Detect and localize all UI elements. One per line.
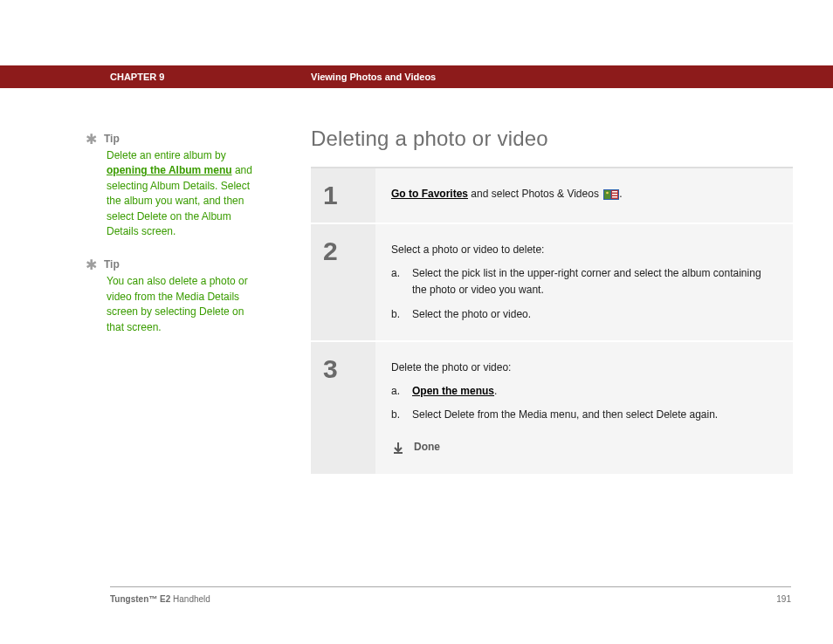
step-body: Go to Favorites and select Photos & Vide… [375, 168, 793, 223]
asterisk-icon: ✱ [86, 258, 97, 272]
page-number: 191 [776, 594, 791, 604]
tip-label: Tip [104, 258, 120, 271]
step-number: 3 [323, 354, 363, 384]
chapter-title: Viewing Photos and Videos [311, 72, 436, 82]
product-name-rest: Handheld [170, 594, 210, 604]
sub-marker: a. [391, 383, 403, 400]
list-item: b. Select Delete from the Media menu, an… [391, 407, 777, 423]
step-text-tail: . [619, 188, 622, 200]
step-number: 2 [323, 236, 363, 266]
svg-point-2 [606, 192, 609, 195]
product-name-bold: Tungsten™ E2 [110, 594, 170, 604]
done-label: Done [414, 439, 440, 456]
tip-text-pre: Delete an entire album by [107, 149, 226, 161]
asterisk-icon: ✱ [86, 133, 97, 147]
sidebar-tips: ✱ Tip Delete an entire album by opening … [86, 133, 260, 354]
tip-link[interactable]: opening the Album menu [107, 164, 232, 176]
product-name: Tungsten™ E2 Handheld [110, 594, 210, 604]
list-item: b. Select the photo or video. [391, 306, 777, 323]
svg-rect-1 [604, 190, 610, 199]
step-body: Delete the photo or video: a. Open the m… [375, 342, 793, 474]
step-link-favorites[interactable]: Go to Favorites [391, 188, 468, 200]
step-row: 2 Select a photo or video to delete: a. … [311, 224, 793, 342]
step-intro: Delete the photo or video: [391, 360, 777, 376]
main-content: Deleting a photo or video 1 Go to Favori… [311, 127, 793, 476]
steps-container: 1 Go to Favorites and select Photos & Vi… [311, 167, 793, 476]
svg-rect-5 [612, 194, 617, 195]
step-intro: Select a photo or video to delete: [391, 242, 777, 258]
tip-block: ✱ Tip Delete an entire album by opening … [86, 133, 260, 239]
svg-rect-6 [612, 196, 617, 198]
sub-text: Select the pick list in the upper-right … [412, 265, 777, 298]
chapter-header: CHAPTER 9 Viewing Photos and Videos [0, 65, 833, 88]
svg-rect-4 [612, 191, 617, 193]
step-number: 1 [323, 181, 363, 210]
step-number-col: 2 [311, 224, 375, 340]
sub-text: Select the photo or video. [412, 306, 531, 323]
page-footer: Tungsten™ E2 Handheld 191 [110, 586, 791, 604]
step-link-open-menus[interactable]: Open the menus [412, 385, 494, 397]
step-number-col: 1 [311, 168, 375, 223]
done-row: Done [391, 439, 777, 456]
step-row: 3 Delete the photo or video: a. Open the… [311, 342, 793, 476]
page-title: Deleting a photo or video [311, 127, 793, 151]
sub-marker: b. [391, 407, 403, 423]
tip-block: ✱ Tip You can also delete a photo or vid… [86, 258, 260, 335]
step-body: Select a photo or video to delete: a. Se… [375, 224, 793, 340]
sub-tail: . [494, 385, 497, 397]
step-text: and select Photos & Videos [468, 188, 602, 200]
step-number-col: 3 [311, 342, 375, 474]
tip-label: Tip [104, 133, 120, 145]
sub-marker: a. [391, 265, 403, 298]
photos-videos-app-icon [603, 189, 619, 200]
list-item: a. Open the menus. [391, 383, 777, 400]
sub-text: Select Delete from the Media menu, and t… [412, 407, 718, 423]
tip-body: Delete an entire album by opening the Al… [107, 148, 260, 239]
tip-text-pre: You can also delete a photo or video fro… [107, 275, 248, 332]
list-item: a. Select the pick list in the upper-rig… [391, 265, 777, 298]
sub-text: Open the menus. [412, 383, 497, 400]
done-arrow-icon [391, 441, 405, 455]
step-row: 1 Go to Favorites and select Photos & Vi… [311, 168, 793, 224]
sub-marker: b. [391, 306, 403, 323]
chapter-number: CHAPTER 9 [110, 72, 164, 82]
tip-body: You can also delete a photo or video fro… [107, 274, 260, 335]
